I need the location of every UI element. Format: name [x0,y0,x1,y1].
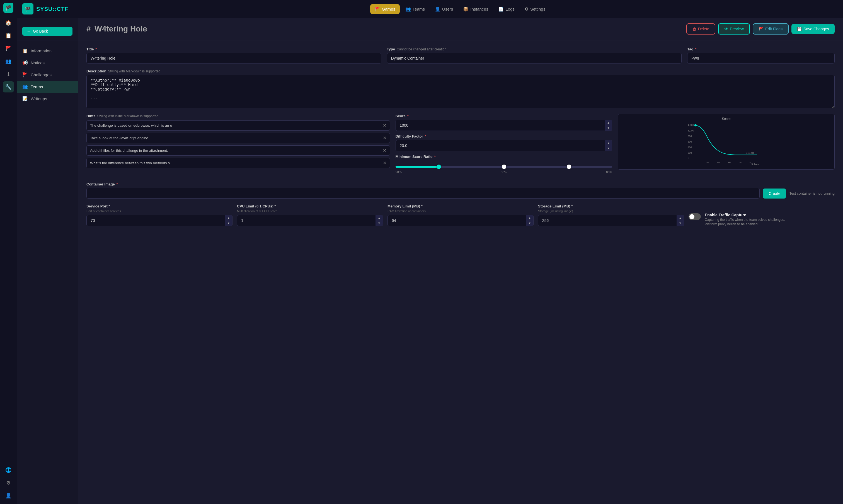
iconbar-tool[interactable]: 🔧 [3,81,14,92]
service-port-down-btn[interactable]: ▼ [225,220,232,226]
app-logo-icon: 🏴 [3,3,13,13]
hint-item-3: What's the difference between this two m… [86,158,390,168]
min-score-label: Minimum Score Ratio * [396,155,613,159]
tag-input[interactable] [687,53,835,64]
description-input[interactable]: **Author:** Xia0o0o0o **Difficulty:** Ha… [86,75,835,108]
storage-limit-spinner-btns: ▲ ▼ [676,215,684,226]
storage-limit-sublabel: Storage (including image) [538,210,684,213]
sidebar-item-writeups[interactable]: 📝 Writeups [17,93,78,105]
logs-nav-icon: 📄 [498,6,504,12]
cpu-limit-sublabel: Multiplication of 0.1 CPU core [237,210,383,213]
storage-limit-label: Storage Limit (MB) * [538,204,684,208]
iconbar-home[interactable]: 🏠 [3,17,14,29]
back-button[interactable]: ← Go Back [22,27,72,36]
nav-items: 🚩 Games 👥 Teams 👤 Users 📦 Instances 📄 Lo… [83,4,838,14]
difficulty-input[interactable] [396,140,605,151]
score-required: * [407,114,409,118]
information-icon: 📋 [22,48,28,53]
slider-thumb-2[interactable] [502,165,506,169]
cpu-limit-input[interactable] [237,215,376,226]
score-input[interactable] [396,120,605,131]
difficulty-group: Difficulty Factor * ▲ ▼ [396,134,613,151]
cpu-limit-spinner: ▲ ▼ [237,215,383,226]
traffic-toggle[interactable] [689,213,701,220]
slider-thumb-3[interactable] [567,165,571,169]
svg-text:40: 40 [717,161,720,164]
create-button[interactable]: Create [763,188,786,199]
cpu-limit-group: CPU Limit (0.1 CPUs) * Multiplication of… [237,204,383,226]
nav-users[interactable]: 👤 Users [430,4,458,14]
memory-limit-spinner-btns: ▲ ▼ [526,215,533,226]
storage-limit-input[interactable] [538,215,676,226]
cpu-limit-down-btn[interactable]: ▼ [376,220,383,226]
iconbar-list[interactable]: 📋 [3,30,14,41]
brand: 🏴 SYSU::CTF [22,3,69,15]
sidebar-item-information[interactable]: 📋 Information [17,45,78,57]
score-spinner-btns: ▲ ▼ [605,120,612,131]
top-nav: 🏴 SYSU::CTF 🚩 Games 👥 Teams 👤 Users 📦 In… [17,0,843,18]
iconbar-settings[interactable]: ⚙ [3,477,14,488]
nav-teams[interactable]: 👥 Teams [401,4,429,14]
score-chart: Score 1,200 1,000 800 600 400 200 0 [618,114,835,169]
nav-games[interactable]: 🚩 Games [370,4,400,14]
memory-limit-down-btn[interactable]: ▼ [526,220,533,226]
min-score-slider[interactable]: 20% 50% 80% [396,160,613,177]
container-image-input[interactable] [86,188,760,199]
memory-limit-label: Memory Limit (MB) * [388,204,534,208]
hints-label: Hints Styling with inline Markdown is su… [86,114,390,118]
hint-text-2: Add diff files for this challenge in the… [90,148,380,152]
tag-label: Tag * [687,47,835,51]
teams-nav-icon: 👥 [405,6,411,12]
service-port-up-btn[interactable]: ▲ [225,215,232,220]
service-port-input[interactable] [87,215,225,226]
cpu-limit-up-btn[interactable]: ▲ [376,215,383,220]
memory-limit-input[interactable] [388,215,526,226]
save-changes-button[interactable]: 💾 Save Changes [791,24,835,34]
score-up-btn[interactable]: ▲ [605,120,612,125]
svg-text:1,200: 1,200 [688,124,694,126]
iconbar-translate[interactable]: 🌐 [3,465,14,475]
hint-remove-2[interactable]: ✕ [383,148,386,153]
preview-button[interactable]: 👁 Preview [718,23,750,35]
hint-remove-3[interactable]: ✕ [383,160,386,166]
slider-thumb-1[interactable] [436,165,441,169]
preview-icon: 👁 [724,27,728,31]
memory-limit-up-btn[interactable]: ▲ [526,215,533,220]
difficulty-up-btn[interactable]: ▲ [605,140,612,146]
nav-settings[interactable]: ⚙ Settings [520,4,550,14]
delete-icon: 🗑 [692,27,696,31]
slider-track [396,166,613,168]
min-score-required: * [434,155,436,159]
hint-remove-1[interactable]: ✕ [383,135,386,141]
iconbar-users[interactable]: 👥 [3,56,14,67]
back-arrow-icon: ← [27,29,31,33]
sidebar-item-challenges[interactable]: 🚩 Challenges [17,69,78,81]
traffic-capture-label: Enable Traffic Capture [705,213,785,217]
title-input[interactable] [86,53,381,64]
nav-logs[interactable]: 📄 Logs [494,4,519,14]
memory-limit-group: Memory Limit (MB) * RAM limitation of co… [388,204,534,226]
storage-limit-up-btn[interactable]: ▲ [676,215,684,220]
instances-nav-icon: 📦 [463,6,469,12]
nav-instances[interactable]: 📦 Instances [459,4,493,14]
sidebar-item-notices[interactable]: 📢 Notices [17,57,78,69]
container-image-required: * [117,182,118,186]
svg-text:1,000: 1,000 [688,129,694,132]
sidebar-item-teams[interactable]: 👥 Teams [17,81,78,93]
svg-text:🏴: 🏴 [5,5,12,11]
difficulty-down-btn[interactable]: ▼ [605,146,612,151]
toggle-label-group: Enable Traffic Capture Capturing the tra… [705,213,785,226]
brand-name: SYSU::CTF [36,6,69,12]
iconbar-flag[interactable]: 🚩 [3,43,14,54]
svg-text:60: 60 [728,161,731,164]
score-down-btn[interactable]: ▼ [605,125,612,131]
hint-remove-0[interactable]: ✕ [383,123,386,128]
iconbar-info[interactable]: ℹ [3,69,14,79]
svg-text:80: 80 [740,161,742,164]
hint-item-0: The challenge is based on edbrowse, whic… [86,120,390,131]
difficulty-required: * [425,134,426,138]
storage-limit-down-btn[interactable]: ▼ [676,220,684,226]
edit-flags-button[interactable]: 🚩 Edit Flags [753,23,789,35]
delete-button[interactable]: 🗑 Delete [686,23,715,35]
iconbar-user-badge[interactable]: 👤 [3,490,14,501]
